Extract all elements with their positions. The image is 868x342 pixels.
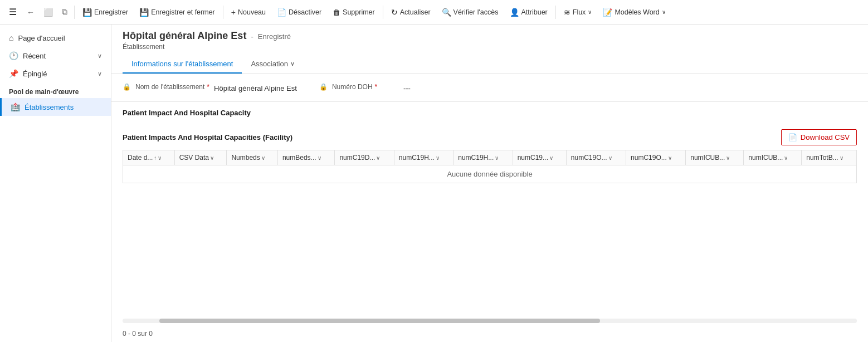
actualiser-button[interactable]: ↻ Actualiser	[387, 5, 435, 19]
main-layout: ⌂ Page d'accueil 🕐 Récent ∨ 📌 Épinglé ∨ …	[0, 25, 868, 342]
table-body: Aucune donnée disponible	[123, 165, 857, 183]
flux-icon: ≋	[564, 8, 570, 17]
window-button[interactable]: ⬜	[40, 5, 56, 19]
modeles-chevron-icon: ∨	[662, 9, 666, 15]
col-numc19o[interactable]: numC19O... ∨	[566, 150, 626, 165]
nom-required-indicator: *	[207, 83, 209, 91]
attribuer-button[interactable]: 👤 Attribuer	[505, 5, 552, 19]
sidebar-item-accueil-label: Page d'accueil	[18, 34, 65, 42]
filter-numc19o2-icon: ∨	[668, 155, 672, 161]
download-csv-button[interactable]: 📄 Download CSV	[781, 129, 857, 145]
page-title: Hôpital général Alpine Est	[123, 30, 246, 42]
nom-etablissement-value: Hôpital général Alpine Est	[214, 83, 297, 92]
toolbar-separator-3	[383, 6, 383, 19]
recent-chevron-icon: ∨	[97, 52, 102, 60]
sidebar-item-recent-label: Récent	[23, 52, 46, 60]
numero-doh-value: ---	[403, 83, 411, 92]
table-wrapper: Date d... ↑ ∨ CSV Data ∨	[123, 150, 857, 316]
section-title: Patient Impact And Hospital Capacity	[123, 109, 857, 117]
table-head: Date d... ↑ ∨ CSV Data ∨	[123, 150, 857, 165]
page-status: Enregistré	[258, 32, 291, 41]
form-row: 🔒 Nom de l'établissement * Hôpital génér…	[123, 83, 857, 92]
flux-chevron-icon: ∨	[588, 9, 592, 15]
col-numc19d[interactable]: numC19D... ∨	[335, 150, 394, 165]
no-data-message: Aucune donnée disponible	[123, 165, 857, 183]
flux-button[interactable]: ≋ Flux ∨	[559, 5, 597, 19]
col-numc19o2[interactable]: numC19O... ∨	[626, 150, 686, 165]
page-title-separator: -	[251, 32, 253, 41]
table-section-title: Patient Impacts And Hospital Capacities …	[123, 133, 292, 141]
supprimer-button[interactable]: 🗑 Supprimer	[328, 5, 379, 19]
pin-icon: 📌	[9, 69, 18, 78]
hamburger-menu-button[interactable]: ☰	[4, 3, 21, 21]
form-field-numero-doh: 🔒 Numéro DOH * ---	[319, 83, 464, 92]
tab-informations-label: Informations sur l'établissement	[131, 60, 233, 68]
enregistrer-button[interactable]: 💾 Enregistrer	[78, 5, 133, 19]
table-header-row: Patient Impacts And Hospital Capacities …	[123, 124, 857, 150]
col-numbeds[interactable]: Numbeds ∨	[227, 150, 277, 165]
modeles-word-button[interactable]: 📝 Modèles Word ∨	[598, 5, 670, 19]
tab-informations[interactable]: Informations sur l'établissement	[123, 55, 242, 74]
toolbar-separator-2	[223, 6, 223, 19]
no-data-row: Aucune donnée disponible	[123, 165, 857, 183]
filter-numtotb-icon: ∨	[840, 155, 843, 161]
col-date-d[interactable]: Date d... ↑ ∨	[123, 150, 175, 165]
sidebar-section-label: Pool de main-d'œuvre	[0, 82, 111, 98]
filter-numicub2-icon: ∨	[784, 155, 788, 161]
col-numbeds2[interactable]: numBeds... ∨	[277, 150, 334, 165]
filter-numc19h2-icon: ∨	[495, 155, 499, 161]
sidebar-item-recent[interactable]: 🕐 Récent ∨	[0, 47, 111, 65]
filter-numbeds-icon: ∨	[261, 155, 265, 161]
tab-association[interactable]: Association ∨	[242, 55, 303, 74]
toolbar: ☰ ← ⬜ ⧉ 💾 Enregistrer 💾 Enregistrer et f…	[0, 0, 868, 25]
form-field-nom: 🔒 Nom de l'établissement * Hôpital génér…	[123, 83, 297, 92]
filter-csv-icon: ∨	[210, 155, 214, 161]
filter-numc19o-icon: ∨	[608, 155, 612, 161]
section-patient-impact: Patient Impact And Hospital Capacity	[111, 102, 868, 124]
epingle-chevron-icon: ∨	[97, 70, 102, 77]
lock-doh-icon: 🔒	[319, 83, 328, 91]
horizontal-scrollbar[interactable]	[123, 319, 857, 323]
etablissements-icon: 🏥	[11, 102, 20, 111]
filter-numbeds2-icon: ∨	[318, 155, 321, 161]
doh-required-indicator: *	[375, 83, 378, 91]
lock-nom-icon: 🔒	[123, 83, 131, 91]
numero-doh-label: Numéro DOH	[332, 83, 373, 91]
save-close-icon: 💾	[139, 8, 149, 17]
tabs-container: Informations sur l'établissement Associa…	[123, 55, 857, 74]
col-numicub2[interactable]: numICUB... ∨	[744, 150, 802, 165]
sidebar-item-etablissements[interactable]: 🏥 Établissements	[0, 98, 111, 116]
col-numc19[interactable]: numC19... ∨	[513, 150, 566, 165]
desactiver-button[interactable]: 📄 Désactiver	[272, 5, 326, 19]
verifier-acces-button[interactable]: 🔍 Vérifier l'accès	[437, 5, 503, 19]
save-icon: 💾	[82, 8, 92, 17]
user-icon: 👤	[510, 8, 519, 17]
table-section: Patient Impacts And Hospital Capacities …	[111, 124, 868, 342]
toolbar-separator-4	[555, 6, 556, 19]
scrollbar-thumb[interactable]	[159, 319, 600, 323]
search-icon: 🔍	[442, 8, 451, 17]
toolbar-separator	[74, 6, 75, 19]
enregistrer-fermer-button[interactable]: 💾 Enregistrer et fermer	[135, 5, 220, 19]
sidebar-item-epingle-label: Épinglé	[23, 70, 47, 78]
sidebar-item-etablissements-label: Établissements	[25, 103, 74, 111]
download-csv-label: Download CSV	[801, 133, 850, 141]
sidebar-item-accueil[interactable]: ⌂ Page d'accueil	[0, 29, 111, 47]
back-button[interactable]: ←	[23, 5, 38, 19]
data-table: Date d... ↑ ∨ CSV Data ∨	[123, 150, 857, 183]
clock-icon: 🕐	[9, 51, 18, 60]
popout-button[interactable]: ⧉	[58, 4, 71, 19]
filter-numicub-icon: ∨	[726, 155, 730, 161]
nom-etablissement-label: Nom de l'établissement	[135, 83, 204, 91]
filter-date-icon: ∨	[158, 155, 162, 161]
page-subtitle: Établissement	[123, 43, 857, 51]
page-header: Hôpital général Alpine Est - Enregistré …	[111, 25, 868, 74]
nouveau-button[interactable]: + Nouveau	[227, 5, 270, 19]
col-numc19h[interactable]: numC19H... ∨	[394, 150, 453, 165]
col-numicub[interactable]: numICUB... ∨	[686, 150, 744, 165]
table-header-row-cells: Date d... ↑ ∨ CSV Data ∨	[123, 150, 857, 165]
col-numtotb[interactable]: numTotB... ∨	[802, 150, 857, 165]
col-numc19h2[interactable]: numC19H... ∨	[453, 150, 513, 165]
col-csv-data[interactable]: CSV Data ∨	[174, 150, 227, 165]
sidebar-item-epingle[interactable]: 📌 Épinglé ∨	[0, 65, 111, 82]
